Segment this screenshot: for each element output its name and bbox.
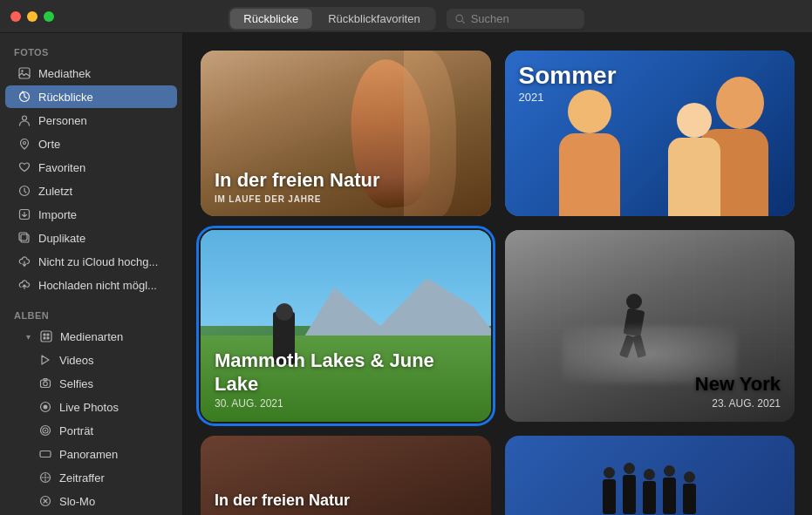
card-natur2-text: In der freien Natur: [215, 491, 477, 511]
svg-rect-13: [47, 334, 50, 336]
selfies-label: Selfies: [59, 377, 168, 390]
fotos-section-label: Fotos: [0, 42, 182, 61]
alben-section-label: Alben: [0, 305, 182, 324]
maximize-button[interactable]: [44, 11, 54, 22]
sidebar-item-zuletzt[interactable]: Zuletzt: [5, 180, 177, 202]
personen-icon: [17, 113, 31, 127]
svg-point-24: [44, 430, 46, 431]
medienarten-icon: [39, 329, 53, 343]
svg-rect-17: [41, 380, 51, 388]
search-input[interactable]: Suchen: [471, 12, 576, 25]
panoramen-label: Panoramen: [59, 448, 168, 461]
tab-rueckblickfavoriten[interactable]: Rückblickfavoriten: [314, 9, 434, 29]
portraet-icon: [38, 424, 52, 437]
sidebar-item-medienarten[interactable]: ▾ Medienarten: [5, 325, 177, 348]
sidebar-item-favoriten[interactable]: Favoriten: [5, 156, 177, 179]
titlebar: Rückblicke Rückblickfavoriten Suchen: [0, 0, 812, 33]
zeitraffer-label: Zeitraffer: [59, 471, 168, 485]
slo-mo-icon: [38, 494, 52, 508]
svg-point-3: [21, 70, 23, 71]
search-bar: Suchen: [447, 9, 584, 29]
mediathek-icon: [17, 66, 31, 80]
hochladen-icon: [17, 278, 31, 292]
sidebar-item-live-photos[interactable]: Live Photos: [5, 396, 177, 418]
svg-point-18: [44, 382, 48, 386]
sidebar-item-hochladen[interactable]: Hochladen nicht mögl...: [5, 274, 177, 296]
rueckblicke-icon: [17, 90, 31, 104]
sidebar-item-rueckblicke[interactable]: Rückblicke: [5, 85, 177, 108]
svg-rect-12: [44, 334, 46, 336]
svg-rect-2: [19, 68, 30, 78]
sidebar-item-nicht-icloud[interactable]: Nicht zu iCloud hochg...: [5, 250, 177, 273]
card-sommer-year: 2021: [519, 91, 617, 104]
close-button[interactable]: [10, 11, 21, 22]
svg-rect-10: [19, 233, 27, 241]
search-icon: [455, 14, 466, 24]
sidebar-item-portraet[interactable]: Porträt: [5, 419, 177, 442]
nicht-icloud-label: Nicht zu iCloud hochg...: [38, 255, 168, 268]
traffic-lights: [10, 11, 54, 22]
toolbar-tabs: Rückblicke Rückblickfavoriten: [228, 7, 435, 30]
card-mammoth[interactable]: Mammoth Lakes & June Lake 30. AUG. 2021: [201, 230, 491, 422]
sidebar-item-duplikate[interactable]: Duplikate: [5, 227, 177, 249]
favoriten-label: Favoriten: [38, 161, 168, 174]
svg-point-6: [24, 142, 26, 145]
mediathek-label: Mediathek: [38, 67, 168, 80]
svg-rect-9: [21, 234, 29, 242]
zuletzt-icon: [17, 184, 31, 198]
videos-label: Videos: [59, 354, 168, 367]
main-content: In der freien Natur IM LAUFE DER JAHRE: [183, 33, 812, 515]
card-natur2-title: In der freien Natur: [215, 491, 477, 511]
sidebar-item-panoramen[interactable]: Panoramen: [5, 443, 177, 465]
importe-icon: [17, 207, 31, 221]
card-mammoth-title: Mammoth Lakes & June Lake: [215, 349, 477, 396]
card-sommer[interactable]: Sommer 2021: [505, 51, 795, 216]
sidebar-item-selfies[interactable]: Selfies: [5, 372, 177, 395]
duplikate-label: Duplikate: [38, 232, 168, 245]
svg-rect-15: [47, 337, 50, 340]
card-sommer-text: Sommer 2021: [519, 61, 617, 104]
live-photos-label: Live Photos: [59, 401, 168, 414]
sidebar-item-importe[interactable]: Importe: [5, 203, 177, 226]
panoramen-icon: [38, 447, 52, 461]
sidebar-item-videos[interactable]: Videos: [5, 349, 177, 371]
card-mammoth-date: 30. AUG. 2021: [215, 397, 477, 410]
sidebar-item-orte[interactable]: Orte: [5, 132, 177, 155]
zuletzt-label: Zuletzt: [38, 185, 168, 198]
orte-label: Orte: [38, 138, 168, 151]
svg-point-27: [44, 477, 46, 478]
duplikate-icon: [17, 231, 31, 245]
card-natur[interactable]: In der freien Natur IM LAUFE DER JAHRE: [201, 51, 491, 216]
cards-grid: In der freien Natur IM LAUFE DER JAHRE: [201, 51, 795, 515]
favoriten-icon: [17, 160, 31, 174]
card-natur-subtitle: IM LAUFE DER JAHRE: [215, 194, 477, 204]
toolbar: Rückblicke Rückblickfavoriten Suchen: [228, 7, 583, 30]
slo-mo-label: Slo-Mo: [59, 495, 168, 508]
card-newyork[interactable]: New York 23. AUG. 2021: [505, 230, 795, 422]
svg-marker-16: [42, 356, 49, 364]
svg-rect-14: [44, 337, 46, 340]
rueckblicke-label: Rückblicke: [38, 91, 168, 104]
tab-rueckblicke[interactable]: Rückblicke: [229, 9, 312, 29]
minimize-button[interactable]: [27, 11, 38, 22]
svg-rect-11: [41, 331, 51, 342]
nicht-icloud-icon: [17, 254, 31, 268]
card-natur-title: In der freien Natur: [215, 169, 477, 192]
card-blue2-partial[interactable]: [505, 436, 795, 515]
card-newyork-date: 23. AUG. 2021: [695, 397, 781, 410]
sidebar-item-personen[interactable]: Personen: [5, 109, 177, 132]
live-photos-icon: [38, 400, 52, 414]
personen-label: Personen: [38, 114, 168, 127]
sidebar-item-zeitraffer[interactable]: Zeitraffer: [5, 466, 177, 489]
card-sommer-title: Sommer: [519, 61, 617, 91]
sidebar-item-slo-mo[interactable]: Slo-Mo: [5, 490, 177, 512]
card-newyork-title: New York: [695, 373, 781, 396]
app-body: Fotos Mediathek Rückblicke: [0, 33, 812, 515]
card-natur2-partial[interactable]: In der freien Natur: [201, 436, 491, 515]
svg-line-1: [462, 20, 465, 23]
card-natur-text: In der freien Natur IM LAUFE DER JAHRE: [215, 169, 477, 204]
hochladen-label: Hochladen nicht mögl...: [38, 279, 168, 292]
selfies-icon: [38, 376, 52, 390]
medienarten-label: Medienarten: [60, 330, 168, 343]
sidebar-item-mediathek[interactable]: Mediathek: [5, 62, 177, 85]
